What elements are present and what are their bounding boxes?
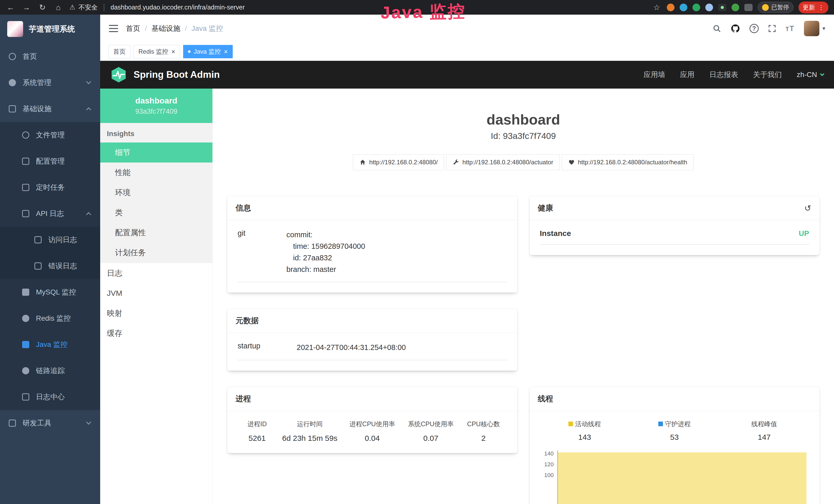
kebab-menu-icon[interactable]: ⋮: [818, 4, 824, 11]
info-row-git: git commit: time: 1596289704000 id: 27aa…: [238, 229, 507, 282]
avatar[interactable]: [804, 21, 819, 36]
yellow-swatch-icon: [568, 421, 573, 426]
chart-y-axis: 140 120 100: [540, 450, 556, 504]
user-menu[interactable]: ▾: [804, 21, 825, 36]
sba-nav-journal[interactable]: 日志报表: [709, 70, 738, 79]
sidebar-item-error-logs[interactable]: 错误日志: [0, 253, 100, 279]
redis-icon: [22, 315, 29, 322]
sidebar-item-label: 错误日志: [48, 261, 77, 271]
update-button[interactable]: 更新 ⋮: [798, 2, 828, 13]
breadcrumb-home[interactable]: 首页: [126, 24, 140, 33]
app-logo[interactable]: 芋道管理系统: [0, 15, 100, 43]
sidebar-item-config-management[interactable]: 配置管理: [0, 148, 100, 174]
extension-icon-7[interactable]: [744, 4, 752, 11]
actuator-url-link[interactable]: http://192.168.0.2:48080/actuator: [446, 154, 560, 170]
sba-brand-title[interactable]: Spring Boot Admin: [134, 69, 220, 80]
breadcrumb-infrastructure[interactable]: 基础设施: [152, 24, 180, 33]
sba-menu-mappings[interactable]: 映射: [100, 303, 213, 323]
file-icon: [22, 132, 29, 139]
sba-menu-jvm[interactable]: JVM: [100, 283, 213, 303]
font-size-icon[interactable]: тT: [786, 24, 795, 33]
legend-label: 活动线程: [575, 420, 601, 428]
card-title: 信息: [227, 196, 517, 220]
instance-id: 93a3fc7f7409: [135, 108, 177, 116]
sba-menu-metrics[interactable]: 性能: [100, 162, 213, 183]
github-icon[interactable]: [730, 24, 740, 33]
sba-menu-environment[interactable]: 环境: [100, 183, 213, 203]
sba-menu-classes[interactable]: 类: [100, 203, 213, 223]
refresh-icon[interactable]: ↻: [38, 3, 47, 12]
health-row-instance[interactable]: Instance UP: [540, 229, 809, 245]
search-icon[interactable]: [712, 24, 721, 33]
column-header: 运行时间: [277, 420, 343, 428]
header-actions: ? тT ▾: [712, 21, 825, 36]
sidebar-item-system-management[interactable]: 系统管理: [0, 70, 100, 96]
close-icon[interactable]: ×: [171, 48, 175, 55]
extension-icon-5[interactable]: [718, 4, 726, 11]
sba-nav-applications[interactable]: 应用: [680, 70, 695, 79]
extension-icon-1[interactable]: [667, 4, 675, 11]
back-icon[interactable]: ←: [6, 3, 16, 12]
api-logs-submenu: 访问日志 错误日志: [0, 227, 100, 279]
hamburger-icon[interactable]: [109, 25, 118, 32]
sba-menu-scheduled-tasks[interactable]: 计划任务: [100, 243, 213, 263]
tab-java-monitor[interactable]: Java 监控 ×: [183, 45, 233, 58]
chevron-down-icon: [820, 72, 825, 76]
sba-language-select[interactable]: zh-CN: [797, 71, 824, 79]
sidebar-item-api-logs[interactable]: API 日志: [0, 201, 100, 227]
process-table: 进程ID 运行时间 进程CPU使用率 系统CPU使用率 CPU核心数 5261 …: [238, 420, 507, 443]
sba-nav-about[interactable]: 关于我们: [753, 70, 782, 79]
home-icon[interactable]: ⌂: [53, 3, 63, 12]
extension-icon-6[interactable]: [731, 4, 739, 11]
sba-menu-caches[interactable]: 缓存: [100, 323, 213, 343]
tab-home[interactable]: 首页: [108, 45, 130, 58]
health-url-link[interactable]: http://192.168.0.2:48080/actuator/health: [562, 154, 694, 170]
sba-menu-details[interactable]: 细节: [100, 142, 213, 162]
forward-icon[interactable]: →: [22, 3, 31, 12]
column-header: CPU核心数: [460, 420, 507, 428]
service-url-link[interactable]: http://192.168.0.2:48080/: [353, 154, 444, 170]
link-label: http://192.168.0.2:48080/actuator/health: [578, 159, 687, 166]
sidebar-item-scheduled-tasks[interactable]: 定时任务: [0, 174, 100, 201]
info-key: git: [238, 229, 286, 275]
chevron-up-icon: [86, 107, 91, 112]
sidebar-item-java-monitor[interactable]: Java 监控: [0, 331, 100, 358]
eye-icon: [22, 367, 29, 374]
extension-icon-3[interactable]: [693, 4, 700, 11]
sidebar-item-redis-monitor[interactable]: Redis 监控: [0, 305, 100, 331]
menu-label: 缓存: [107, 328, 122, 339]
app-header: 首页 / 基础设施 / Java 监控 ? тT ▾: [100, 15, 834, 42]
sidebar-item-link-tracing[interactable]: 链路追踪: [0, 358, 100, 384]
paused-badge[interactable]: 已暂停: [758, 2, 793, 13]
sba-menu-config-props[interactable]: 配置属性: [100, 223, 213, 243]
daemon-threads-value: 53: [630, 433, 720, 442]
extension-badge-dot: [721, 6, 724, 9]
fullscreen-icon[interactable]: [768, 24, 776, 32]
info-value: commit: time: 1596289704000 id: 27aa832 …: [286, 229, 365, 275]
extension-icon-4[interactable]: [705, 4, 713, 11]
security-label[interactable]: 不安全: [78, 3, 97, 12]
help-icon[interactable]: ?: [749, 24, 759, 33]
sidebar-item-home[interactable]: 首页: [0, 43, 100, 70]
tab-redis-monitor[interactable]: Redis 监控 ×: [134, 45, 180, 58]
sidebar-item-file-management[interactable]: 文件管理: [0, 122, 100, 148]
sba-menu-logs[interactable]: 日志: [100, 263, 213, 283]
card-body: git commit: time: 1596289704000 id: 27aa…: [227, 220, 517, 293]
breadcrumb: 首页 / 基础设施 / Java 监控: [126, 24, 223, 33]
extension-icon-2[interactable]: [680, 4, 687, 11]
sidebar-item-label: 首页: [23, 52, 37, 61]
history-icon[interactable]: ↺: [804, 203, 811, 213]
sidebar-item-mysql-monitor[interactable]: MySQL 监控: [0, 279, 100, 305]
close-icon[interactable]: ×: [224, 48, 228, 55]
bookmark-star-icon[interactable]: ☆: [652, 3, 662, 12]
sidebar-item-access-logs[interactable]: 访问日志: [0, 227, 100, 253]
address-bar[interactable]: ⚠ 不安全 dashboard.yudao.iocoder.cn/infra/a…: [69, 3, 245, 12]
sidebar-item-log-center[interactable]: 日志中心: [0, 384, 100, 410]
column-header: 进程ID: [238, 420, 277, 428]
sidebar-item-dev-tools[interactable]: 研发工具: [0, 410, 100, 436]
sidebar-item-infrastructure[interactable]: 基础设施: [0, 96, 100, 122]
instance-header[interactable]: dashboard 93a3fc7f7409: [100, 89, 213, 123]
url-text[interactable]: dashboard.yudao.iocoder.cn/infra/admin-s…: [110, 4, 245, 11]
sidebar-item-label: 链路追踪: [36, 366, 65, 375]
sba-nav-wallboard[interactable]: 应用墙: [644, 70, 665, 79]
